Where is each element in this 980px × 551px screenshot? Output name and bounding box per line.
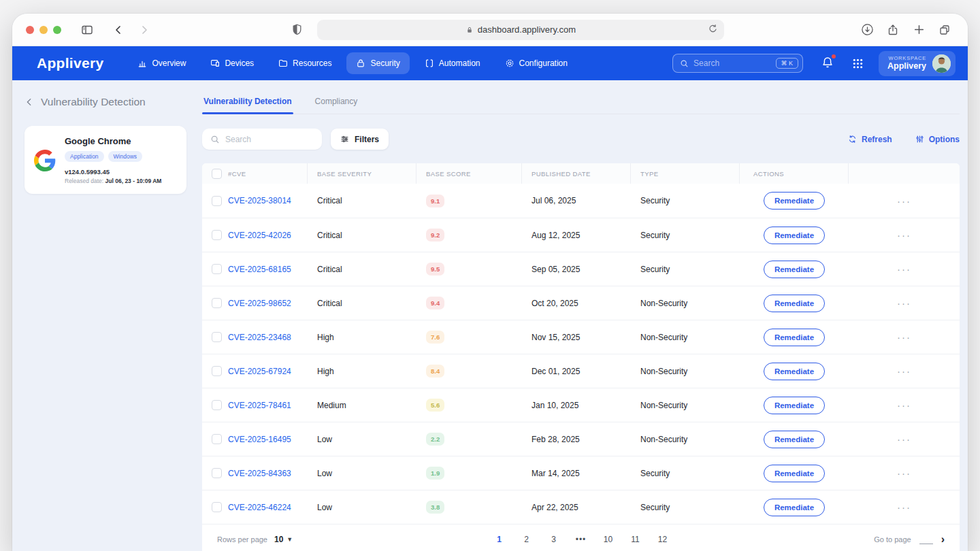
column-header-published[interactable]: PUBLISHED DATE <box>522 163 631 184</box>
row-checkbox[interactable] <box>212 332 222 342</box>
row-more-button[interactable]: ··· <box>849 399 960 411</box>
nav-item-configuration[interactable]: Configuration <box>495 52 577 74</box>
cve-link[interactable]: CVE-2025-42026 <box>228 231 291 240</box>
remediate-button[interactable]: Remediate <box>764 227 825 244</box>
notifications-button[interactable] <box>821 56 836 71</box>
global-search-input[interactable] <box>693 59 770 68</box>
page-number[interactable]: 1 <box>491 531 508 548</box>
row-checkbox[interactable] <box>212 502 222 512</box>
page-number[interactable]: 2 <box>518 531 536 548</box>
cve-link[interactable]: CVE-2025-68165 <box>228 265 291 274</box>
breadcrumb-back[interactable]: Vulnerability Detection <box>24 96 202 108</box>
row-checkbox[interactable] <box>212 264 222 274</box>
row-checkbox[interactable] <box>212 298 222 308</box>
new-tab-icon[interactable] <box>909 20 928 39</box>
column-header-score[interactable]: BASE SCORE <box>416 163 522 184</box>
tab-compliancy[interactable]: Compliancy <box>314 97 359 114</box>
table-search-input[interactable] <box>225 135 314 144</box>
nav-item-devices[interactable]: Devices <box>201 52 263 74</box>
refresh-button[interactable]: Refresh <box>848 135 892 144</box>
table-row[interactable]: CVE-2025-67924 High 8.4 Dec 01, 2025 Non… <box>202 354 960 388</box>
column-header-type[interactable]: TYPE <box>631 163 740 184</box>
page-number[interactable]: 11 <box>627 531 644 548</box>
remediate-button[interactable]: Remediate <box>764 329 825 346</box>
row-checkbox[interactable] <box>212 230 222 240</box>
page-number[interactable]: 10 <box>600 531 617 548</box>
column-header-cve[interactable]: #CVE <box>228 170 246 178</box>
nav-item-security[interactable]: Security <box>346 52 409 74</box>
table-row[interactable]: CVE-2025-16495 Low 2.2 Feb 28, 2025 Non-… <box>202 422 960 456</box>
table-row[interactable]: CVE-2025-38014 Critical 9.1 Jul 06, 2025… <box>202 184 960 218</box>
address-bar[interactable]: dashboard.applivery.com <box>317 20 724 40</box>
sidebar-toggle-icon[interactable] <box>78 20 97 39</box>
row-more-button[interactable]: ··· <box>849 433 960 445</box>
remediate-button[interactable]: Remediate <box>764 295 825 312</box>
remediate-button[interactable]: Remediate <box>764 261 825 278</box>
table-row[interactable]: CVE-2025-78461 Medium 5.6 Jan 10, 2025 N… <box>202 388 960 422</box>
close-window-button[interactable] <box>26 26 34 34</box>
cve-link[interactable]: CVE-2025-84363 <box>228 469 291 478</box>
workspace-switcher[interactable]: WORKSPACE Applivery <box>879 51 956 76</box>
remediate-button[interactable]: Remediate <box>764 397 825 414</box>
options-button[interactable]: Options <box>915 135 960 144</box>
cve-link[interactable]: CVE-2025-23468 <box>228 333 291 342</box>
row-checkbox[interactable] <box>212 434 222 444</box>
nav-item-overview[interactable]: Overview <box>128 52 195 74</box>
tab-overview-icon[interactable] <box>935 20 954 39</box>
nav-item-automation[interactable]: Automation <box>415 52 490 74</box>
user-avatar[interactable] <box>932 54 951 73</box>
row-more-button[interactable]: ··· <box>849 331 960 343</box>
cve-link[interactable]: CVE-2025-38014 <box>228 196 291 205</box>
app-card[interactable]: Google Chrome Application Windows v124.0… <box>24 126 186 194</box>
select-all-checkbox[interactable] <box>212 169 222 179</box>
table-row[interactable]: CVE-2025-23468 High 7.6 Nov 15, 2025 Non… <box>202 320 960 354</box>
table-row[interactable]: CVE-2025-42026 Critical 9.2 Aug 12, 2025… <box>202 218 960 252</box>
row-more-button[interactable]: ··· <box>849 467 960 479</box>
rows-per-page-select[interactable]: 10▼ <box>274 535 293 544</box>
row-more-button[interactable]: ··· <box>849 195 960 207</box>
row-more-button[interactable]: ··· <box>849 263 960 275</box>
cve-link[interactable]: CVE-2025-16495 <box>228 435 291 444</box>
column-header-severity[interactable]: BASE SEVERITY <box>308 163 416 184</box>
table-row[interactable]: CVE-2025-68165 Critical 9.5 Sep 05, 2025… <box>202 252 960 286</box>
row-more-button[interactable]: ··· <box>849 365 960 377</box>
share-icon[interactable] <box>883 20 902 39</box>
forward-button[interactable] <box>135 20 154 39</box>
minimize-window-button[interactable] <box>39 26 48 34</box>
tab-vulnerability-detection[interactable]: Vulnerability Detection <box>202 97 293 114</box>
remediate-button[interactable]: Remediate <box>764 192 825 210</box>
remediate-button[interactable]: Remediate <box>764 499 825 516</box>
applivery-logo[interactable]: Applivery <box>37 55 103 71</box>
row-more-button[interactable]: ··· <box>849 229 960 241</box>
remediate-button[interactable]: Remediate <box>764 363 825 380</box>
cve-link[interactable]: CVE-2025-67924 <box>228 367 291 376</box>
row-checkbox[interactable] <box>212 400 222 410</box>
privacy-shield-icon[interactable] <box>287 20 306 39</box>
remediate-button[interactable]: Remediate <box>764 465 825 482</box>
page-number[interactable]: 3 <box>545 531 563 548</box>
apps-grid-button[interactable] <box>852 58 864 69</box>
row-more-button[interactable]: ··· <box>849 297 960 309</box>
row-checkbox[interactable] <box>212 196 222 206</box>
cve-link[interactable]: CVE-2025-98652 <box>228 299 291 308</box>
remediate-button[interactable]: Remediate <box>764 431 825 448</box>
cve-link[interactable]: CVE-2025-78461 <box>228 401 291 410</box>
chevron-right-icon[interactable]: › <box>941 534 945 545</box>
page-number[interactable]: 12 <box>654 531 672 548</box>
table-row[interactable]: CVE-2025-84363 Low 1.9 Mar 14, 2025 Secu… <box>202 456 960 490</box>
row-checkbox[interactable] <box>212 468 222 478</box>
global-search[interactable]: ⌘ K <box>672 54 803 73</box>
cve-link[interactable]: CVE-2025-46224 <box>228 503 291 512</box>
nav-item-resources[interactable]: Resources <box>269 52 341 74</box>
zoom-window-button[interactable] <box>53 26 61 34</box>
downloads-icon[interactable] <box>858 20 877 39</box>
table-row[interactable]: CVE-2025-98652 Critical 9.4 Oct 20, 2025… <box>202 286 960 320</box>
go-to-page-input[interactable] <box>919 535 933 544</box>
row-more-button[interactable]: ··· <box>849 501 960 513</box>
table-search[interactable] <box>202 129 322 150</box>
reload-icon[interactable] <box>708 24 718 34</box>
back-button[interactable] <box>109 20 128 39</box>
table-row[interactable]: CVE-2025-46224 Low 3.8 Apr 22, 2025 Secu… <box>202 490 960 524</box>
filters-button[interactable]: Filters <box>331 129 389 150</box>
row-checkbox[interactable] <box>212 366 222 376</box>
